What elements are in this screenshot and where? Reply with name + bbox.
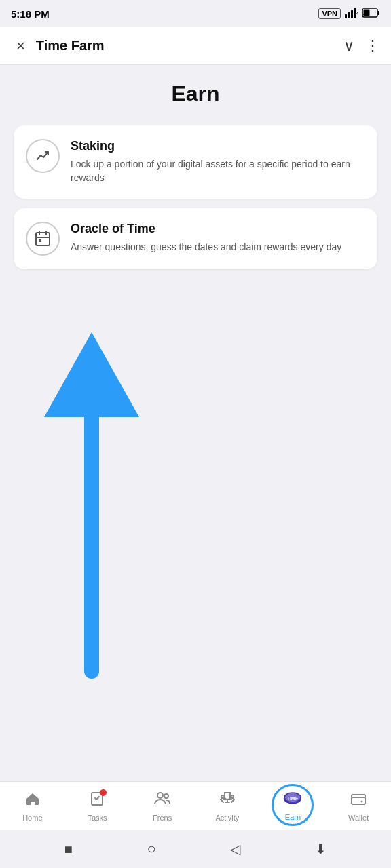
chevron-down-icon[interactable]: ∨ — [343, 37, 354, 55]
oracle-icon — [26, 222, 60, 256]
svg-point-17 — [157, 793, 163, 798]
back-button[interactable]: ◁ — [230, 841, 240, 857]
svg-marker-15 — [44, 332, 139, 417]
activity-icon — [219, 791, 236, 811]
nav-item-earn[interactable]: TIME Earn — [272, 785, 314, 827]
arrow-indicator — [31, 292, 153, 698]
svg-text:46: 46 — [363, 11, 369, 17]
bottom-nav: Home Tasks Frens — [0, 781, 391, 830]
app-title: Time Farm — [36, 38, 105, 54]
svg-text:TIME: TIME — [287, 796, 299, 801]
tasks-badge — [100, 789, 107, 796]
vpn-badge: VPN — [318, 8, 341, 19]
android-nav: ■ ○ ◁ ⬇ — [0, 830, 391, 868]
nav-item-frens[interactable]: Frens — [142, 791, 183, 822]
recent-apps-button[interactable]: ■ — [64, 842, 73, 857]
nav-item-activity[interactable]: Activity — [207, 791, 248, 822]
svg-rect-2 — [351, 10, 353, 18]
activity-label: Activity — [215, 814, 239, 822]
earn-coin-icon: TIME — [282, 789, 303, 812]
nav-item-tasks[interactable]: Tasks — [77, 791, 117, 822]
oracle-card[interactable]: Oracle of Time Answer questions, guess t… — [14, 208, 377, 269]
svg-rect-13 — [39, 239, 41, 242]
oracle-title: Oracle of Time — [71, 222, 365, 236]
oracle-card-text: Oracle of Time Answer questions, guess t… — [71, 222, 365, 254]
svg-text:4.5G: 4.5G — [356, 11, 358, 16]
more-options-icon[interactable]: ⋮ — [365, 37, 380, 55]
close-button[interactable]: × — [11, 33, 31, 59]
home-label: Home — [22, 814, 42, 822]
nav-item-wallet[interactable]: Wallet — [338, 791, 379, 822]
svg-rect-9 — [36, 233, 50, 245]
home-icon — [24, 791, 41, 811]
signal-icon: 4.5G — [345, 7, 358, 20]
frens-icon — [153, 791, 171, 811]
tasks-icon — [89, 791, 105, 811]
nav-left: × Time Farm — [11, 33, 105, 59]
nav-right: ∨ ⋮ — [343, 37, 380, 55]
frens-label: Frens — [153, 814, 172, 822]
svg-rect-24 — [352, 795, 365, 804]
home-button[interactable]: ○ — [147, 840, 156, 858]
svg-point-18 — [164, 794, 168, 798]
status-bar: 5:18 PM VPN 4.5G 46 — [0, 0, 391, 27]
nav-item-home[interactable]: Home — [12, 791, 53, 822]
main-content: Earn Staking Lock up a portion of your d… — [0, 65, 391, 295]
staking-card-text: Staking Lock up a portion of your digita… — [71, 139, 365, 185]
staking-icon — [26, 139, 60, 173]
oracle-desc: Answer questions, guess the dates and cl… — [71, 240, 365, 254]
svg-rect-1 — [348, 12, 350, 18]
battery-icon: 46 — [362, 8, 380, 20]
earn-label: Earn — [285, 813, 301, 821]
staking-desc: Lock up a portion of your digital assets… — [71, 157, 365, 185]
wallet-icon — [350, 791, 367, 811]
status-icons: VPN 4.5G 46 — [318, 7, 380, 20]
svg-rect-6 — [378, 11, 380, 15]
page-title: Earn — [14, 81, 377, 106]
top-nav: × Time Farm ∨ ⋮ — [0, 27, 391, 65]
download-button[interactable]: ⬇ — [315, 841, 327, 857]
svg-rect-0 — [345, 14, 347, 18]
staking-title: Staking — [71, 139, 365, 153]
tasks-label: Tasks — [88, 814, 107, 822]
earn-circle[interactable]: TIME Earn — [272, 784, 314, 826]
svg-point-25 — [361, 800, 363, 802]
status-time: 5:18 PM — [11, 8, 50, 20]
staking-card[interactable]: Staking Lock up a portion of your digita… — [14, 125, 377, 199]
wallet-label: Wallet — [348, 814, 369, 822]
